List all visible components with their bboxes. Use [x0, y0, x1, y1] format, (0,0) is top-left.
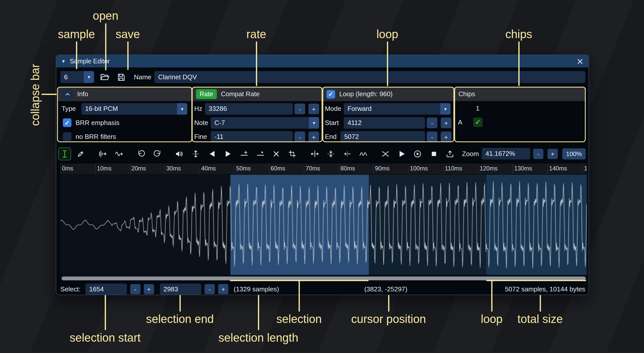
reverse-button[interactable] [308, 147, 321, 160]
ruler-label: 90ms [373, 165, 389, 172]
save-floppy-icon [117, 72, 126, 82]
annotation-chips: chips [505, 28, 532, 41]
desktop-background: ▼ Sample Editor ✕ 6 ▼ Name Clarinet DQV … [0, 0, 644, 353]
rate-highlight-box [192, 87, 323, 142]
delete-button[interactable] [270, 147, 282, 160]
annotation-line-chips [518, 41, 519, 86]
annotation-selection-length: selection length [218, 331, 298, 344]
draw-tool-button[interactable] [74, 147, 87, 160]
fade-in-icon [208, 149, 217, 158]
waveform-canvas[interactable] [60, 175, 587, 275]
selection-end-minus-button[interactable]: - [205, 284, 215, 294]
loop-highlight-box [323, 87, 454, 142]
annotation-line-loop-region [491, 280, 492, 311]
stop-button[interactable] [427, 147, 440, 160]
ruler-label: 140ms [548, 165, 567, 172]
annotation-total-size: total size [517, 313, 563, 326]
upload-icon [446, 149, 454, 158]
undo-icon [137, 149, 145, 158]
annotation-selection-end: selection end [146, 313, 214, 326]
annotation-line-selection-end [179, 295, 180, 312]
select-tool-button[interactable] [58, 147, 71, 160]
ruler-label: 10ms [95, 165, 112, 172]
annotation-line-total-size [540, 295, 541, 312]
zoom-input[interactable]: 41.1672% [482, 148, 530, 160]
ruler-label: 30ms [165, 165, 181, 172]
preview-button[interactable] [395, 147, 408, 160]
filter-button[interactable] [357, 147, 369, 160]
resize-button[interactable] [96, 147, 109, 160]
save-button[interactable] [114, 71, 128, 83]
window-collapse-icon[interactable]: ▼ [61, 59, 66, 64]
selection-end-input[interactable]: 2983 [160, 284, 201, 295]
zoom-reset-button[interactable]: 100% [562, 148, 586, 160]
invert-button[interactable] [325, 147, 337, 160]
titlebar[interactable]: ▼ Sample Editor ✕ [56, 55, 588, 67]
arrows-vertical-icon [191, 149, 200, 158]
annotation-line-rate [256, 41, 257, 86]
open-button[interactable] [97, 71, 111, 83]
selection-start-minus-button[interactable]: - [130, 284, 141, 294]
apply-silence-icon [256, 149, 265, 158]
crossfade-loop-button[interactable] [379, 147, 392, 160]
close-icon[interactable]: ✕ [576, 57, 584, 65]
select-label: Select: [60, 284, 80, 295]
ruler-label: 150ms [582, 165, 587, 172]
name-label: Name [134, 71, 151, 83]
annotation-selection-start: selection start [70, 331, 141, 344]
annotation-line-collapse-bar [41, 94, 57, 95]
annotation-sample: sample [58, 28, 95, 41]
name-input[interactable]: Clarinet DQV [154, 71, 585, 83]
play-icon [397, 149, 406, 158]
import-button[interactable] [444, 147, 456, 160]
play-cursor-button[interactable] [411, 147, 424, 160]
annotation-selection: selection [276, 313, 322, 326]
info-highlight-box [57, 87, 192, 142]
annotation-save: save [116, 28, 140, 41]
ruler-label: 110ms [443, 165, 462, 172]
selection-start-plus-button[interactable]: + [144, 284, 154, 294]
waveform-view [60, 175, 587, 275]
fade-in-button[interactable] [206, 147, 218, 160]
zoom-plus-button[interactable]: + [548, 149, 558, 159]
ruler-label: 20ms [130, 165, 146, 172]
play-circle-icon [413, 149, 422, 158]
trim-button[interactable] [286, 147, 299, 160]
annotation-collapse-bar: collapse bar [29, 64, 42, 126]
insert-silence-button[interactable] [238, 147, 250, 160]
speaker-icon [175, 149, 183, 158]
undo-button[interactable] [135, 147, 147, 160]
selection-end-value: 2983 [164, 285, 178, 293]
redo-button[interactable] [151, 147, 164, 160]
annotation-line-sample [76, 41, 77, 69]
annotation-line-cursor-position [388, 295, 389, 312]
stop-icon [430, 149, 438, 158]
annotation-line-open [105, 23, 106, 70]
scrollbar-thumb[interactable] [62, 276, 586, 280]
sample-selector[interactable]: 6 ▼ [60, 71, 94, 83]
fade-out-icon [224, 149, 232, 158]
ruler-label: 60ms [269, 165, 285, 172]
zoom-minus-button[interactable]: - [533, 149, 544, 159]
sign-method-button[interactable] [341, 147, 354, 160]
resample-button[interactable] [113, 147, 125, 160]
chevron-down-icon[interactable]: ▼ [84, 71, 94, 83]
annotation-line-selection-start [105, 295, 106, 330]
i-beam-icon [60, 149, 69, 158]
normalize-button[interactable] [189, 147, 202, 160]
amplify-button[interactable] [173, 147, 185, 160]
ruler-label: 50ms [234, 165, 251, 172]
reverse-icon [310, 149, 319, 158]
redo-icon [153, 149, 162, 158]
annotation-line-selection-length [258, 295, 259, 330]
total-size-text: 5072 samples, 10144 bytes [505, 284, 585, 295]
zoom-value: 41.1672% [486, 150, 515, 157]
selection-end-plus-button[interactable]: + [218, 284, 228, 294]
annotation-line-save [127, 41, 128, 70]
ruler-label: 0ms [60, 165, 73, 172]
apply-silence-button[interactable] [254, 147, 267, 160]
selection-start-input[interactable]: 1654 [86, 284, 127, 295]
time-ruler[interactable]: 0ms 10ms 20ms 30ms 40ms 50ms 60ms 70ms 8… [60, 164, 587, 174]
annotation-rate: rate [246, 28, 266, 41]
fade-out-button[interactable] [222, 147, 234, 160]
